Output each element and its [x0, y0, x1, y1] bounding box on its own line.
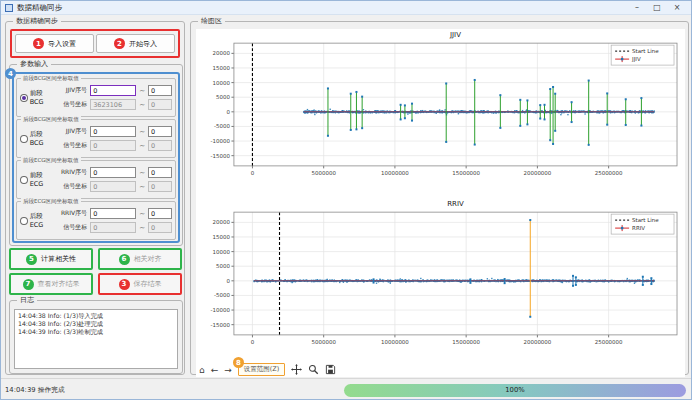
params-group: 参数输入 4 前段BCG区间坐标取值前段BCGJJIV序号~信号坐标~后段BCG… [9, 64, 183, 246]
forward-icon[interactable]: → [224, 365, 232, 375]
log-entry: 14:04:38 Info: (1/3)导入完成 [18, 312, 174, 320]
plot-panel-title: 绘图区 [198, 17, 225, 26]
field-label: JJIV序号 [55, 127, 87, 136]
信号坐标-to-input[interactable] [148, 181, 172, 192]
JJIV序号-from-input[interactable] [90, 126, 136, 137]
svg-text:JJIV: JJIV [449, 31, 461, 39]
svg-text:0: 0 [226, 109, 230, 115]
maximize-button[interactable]: □ [647, 1, 667, 14]
param-section-title: 后段BCG区间坐标取值 [21, 116, 81, 123]
action-button-label: 保存结果 [134, 279, 162, 289]
jjiv-chart[interactable]: 0500000010000000150000002000000025000000… [196, 29, 685, 193]
svg-text:RRIV: RRIV [632, 225, 645, 231]
RRIV序号-to-input[interactable] [148, 167, 172, 178]
param-section-1: 后段BCG区间坐标取值后段BCGJJIV序号~信号坐标~ [16, 119, 176, 158]
svg-text:0: 0 [251, 170, 255, 176]
svg-text:0: 0 [226, 278, 230, 284]
RRIV序号-from-input[interactable] [90, 208, 136, 219]
field-label: RRIV序号 [55, 209, 87, 218]
RRIV序号-to-input[interactable] [148, 208, 172, 219]
radio-label: 后段ECG [30, 212, 55, 229]
RRIV序号-from-input[interactable] [90, 167, 136, 178]
svg-text:JJIV: JJIV [631, 56, 641, 63]
svg-text:10000000: 10000000 [381, 170, 409, 176]
progress-bar: 100% [344, 384, 686, 397]
svg-text:10000000: 10000000 [381, 339, 409, 345]
JJIV序号-to-input[interactable] [148, 85, 172, 96]
range-tilde: ~ [139, 101, 145, 109]
param-section-2: 前段ECG区间坐标取值前段ECGRRIV序号~信号坐标~ [16, 160, 176, 199]
信号坐标-to-input[interactable] [148, 140, 172, 151]
log-area[interactable]: 14:04:38 Info: (1/3)导入完成14:04:38 Info: (… [14, 309, 178, 369]
start-import-label: 开始导入 [129, 39, 157, 49]
svg-text:RRIV: RRIV [447, 200, 464, 208]
window-title: 数据精确同步 [17, 3, 627, 13]
field-label: 信号坐标 [55, 223, 87, 232]
信号坐标-from-input[interactable] [90, 140, 136, 151]
radio-后段ECG[interactable] [20, 217, 28, 225]
信号坐标-from-input[interactable] [90, 181, 136, 192]
rriv-chart[interactable]: 0500000010000000150000002000000025000000… [196, 198, 685, 362]
sync-panel-title: 数据精确同步 [13, 17, 61, 26]
radio-label: 前段ECG [30, 171, 55, 188]
param-section-title: 后段ECG区间坐标取值 [21, 198, 81, 205]
svg-text:-5000: -5000 [214, 292, 230, 298]
range-tilde: ~ [139, 169, 145, 177]
range-tilde: ~ [139, 224, 145, 232]
svg-text:15000: 15000 [213, 234, 231, 240]
param-section-0: 前段BCG区间坐标取值前段BCGJJIV序号~信号坐标~ [16, 78, 176, 117]
badge-1: 1 [33, 38, 44, 49]
sync-panel: 数据精确同步 1 导入设置 2 开始导入 参数输入 4 前段BCG区间坐标取值前… [5, 21, 185, 375]
action-button-label: 计算相关性 [41, 254, 76, 264]
radio-后段BCG[interactable] [20, 135, 28, 143]
svg-text:5000: 5000 [216, 94, 230, 100]
badge-3: 3 [119, 279, 130, 290]
start-import-button[interactable]: 2 开始导入 [96, 34, 175, 53]
action-button-5[interactable]: 5计算相关性 [9, 248, 93, 270]
set-range-button[interactable]: 8 设置范围(Z) [238, 363, 286, 376]
log-entry: 14:04:38 Info: (2/3)处理完成 [18, 320, 174, 328]
field-label: 信号坐标 [55, 100, 87, 109]
range-tilde: ~ [139, 87, 145, 95]
action-button-label: 相关对齐 [134, 254, 162, 264]
svg-text:20000000: 20000000 [523, 170, 551, 176]
radio-label: 后段BCG [30, 130, 55, 147]
import-settings-button[interactable]: 1 导入设置 [15, 34, 94, 53]
title-bar: 数据精确同步 – □ × [1, 1, 691, 15]
svg-text:Start Line: Start Line [632, 48, 659, 54]
信号坐标-from-input[interactable] [90, 99, 136, 110]
param-section-title: 前段BCG区间坐标取值 [21, 75, 81, 82]
save-icon[interactable] [325, 364, 336, 375]
badge-6: 6 [119, 254, 130, 265]
radio-前段ECG[interactable] [20, 176, 28, 184]
svg-text:-10000: -10000 [211, 307, 231, 313]
radio-前段BCG[interactable] [20, 94, 28, 102]
badge-5: 5 [26, 254, 37, 265]
zoom-icon[interactable] [308, 364, 319, 375]
minimize-button[interactable]: – [627, 1, 647, 14]
radio-label: 前段BCG [30, 89, 55, 106]
home-icon[interactable]: ⌂ [199, 365, 205, 375]
figure-canvas: 0500000010000000150000002000000025000000… [196, 29, 685, 362]
action-button-6[interactable]: 6相关对齐 [98, 248, 182, 270]
plot-toolbar: ⌂ ← → 8 设置范围(Z) [196, 362, 685, 377]
range-tilde: ~ [139, 183, 145, 191]
JJIV序号-to-input[interactable] [148, 126, 172, 137]
svg-text:15000: 15000 [213, 65, 231, 71]
field-label: RRIV序号 [55, 168, 87, 177]
信号坐标-to-input[interactable] [148, 99, 172, 110]
信号坐标-to-input[interactable] [148, 222, 172, 233]
action-button-7[interactable]: 7查看对齐结果 [9, 273, 93, 295]
svg-text:20000000: 20000000 [523, 339, 551, 345]
信号坐标-from-input[interactable] [90, 222, 136, 233]
action-button-3[interactable]: 3保存结果 [98, 273, 182, 295]
svg-text:5000000: 5000000 [312, 170, 337, 176]
JJIV序号-from-input[interactable] [90, 85, 136, 96]
badge-4: 4 [5, 68, 16, 79]
back-icon[interactable]: ← [211, 365, 219, 375]
pan-icon[interactable] [291, 364, 302, 375]
svg-text:10000: 10000 [213, 80, 231, 86]
close-button[interactable]: × [667, 1, 687, 14]
svg-text:0: 0 [251, 339, 255, 345]
svg-text:20000: 20000 [213, 50, 231, 56]
